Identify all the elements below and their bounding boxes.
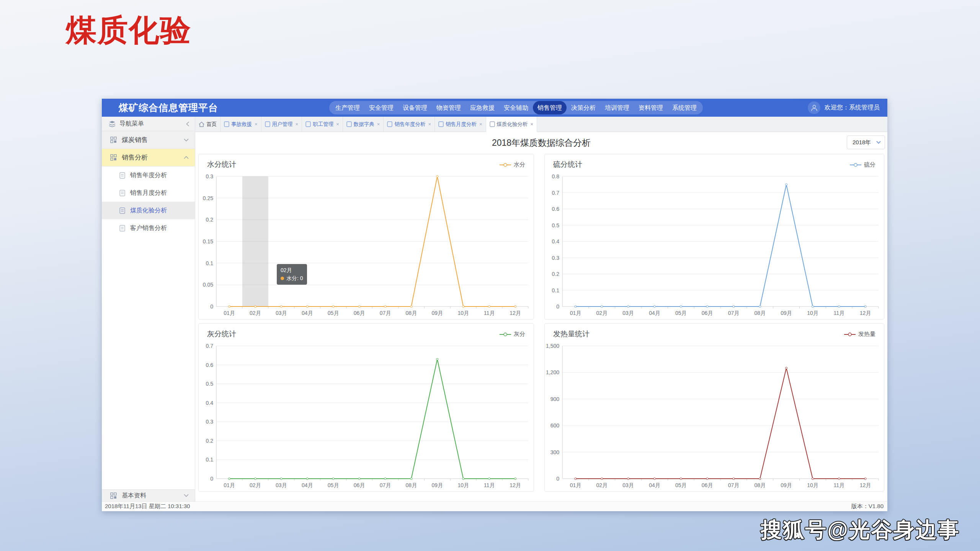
- legend-calorific[interactable]: 发热量: [844, 331, 875, 338]
- doc-icon: [438, 121, 444, 127]
- svg-text:0.2: 0.2: [206, 438, 214, 444]
- layers-icon: [109, 121, 116, 127]
- sidebar-subitem-annual-sales[interactable]: 销售年度分析: [102, 166, 195, 184]
- nav-item-safety-aid[interactable]: 安全辅助: [499, 101, 533, 114]
- svg-text:300: 300: [550, 449, 560, 455]
- sidebar-item-sales-analysis[interactable]: 销售分析: [102, 149, 195, 166]
- tab-accident-rescue[interactable]: 事故救援×: [220, 117, 261, 132]
- svg-text:06月: 06月: [354, 310, 365, 316]
- close-icon[interactable]: ×: [255, 121, 258, 127]
- app-window: 煤矿综合信息管理平台 生产管理 安全管理 设备管理 物资管理 应急救援 安全辅助…: [102, 99, 887, 511]
- user-area[interactable]: 欢迎您：系统管理员: [808, 101, 880, 114]
- svg-text:0.2: 0.2: [552, 271, 560, 277]
- nav-item-documents[interactable]: 资料管理: [634, 101, 668, 114]
- tab-staff-management[interactable]: 职工管理×: [302, 117, 343, 132]
- nav-item-materials[interactable]: 物资管理: [432, 101, 466, 114]
- doc-icon: [490, 121, 495, 127]
- user-avatar-icon: [808, 101, 820, 114]
- sidebar-subitem-customer-sales[interactable]: 客户销售分析: [102, 219, 195, 237]
- legend-marker: [844, 333, 856, 336]
- sidebar-subitem-coal-quality[interactable]: 煤质化验分析: [102, 202, 195, 219]
- chart-title: 水分统计: [207, 160, 236, 170]
- svg-text:08月: 08月: [754, 482, 766, 488]
- svg-text:0.15: 0.15: [203, 238, 213, 245]
- sidebar-item-basic-info[interactable]: 基本资料: [102, 489, 195, 501]
- svg-text:10月: 10月: [807, 482, 818, 488]
- sidebar-subitem-monthly-sales[interactable]: 销售月度分析: [102, 184, 195, 202]
- app-title: 煤矿综合信息管理平台: [119, 101, 218, 114]
- close-icon[interactable]: ×: [479, 121, 482, 127]
- svg-text:02月: 02月: [250, 310, 261, 316]
- calorific-chart[interactable]: 03006009001,2001,50001月02月03月04月05月06月07…: [545, 324, 884, 491]
- nav-item-production[interactable]: 生产管理: [331, 101, 364, 114]
- legend-ash[interactable]: 灰分: [500, 331, 525, 338]
- close-icon[interactable]: ×: [377, 121, 380, 127]
- moisture-chart[interactable]: 00.050.10.150.20.250.301月02月03月04月05月06月…: [199, 154, 534, 319]
- sidebar-item-coal-sales[interactable]: 煤炭销售: [102, 131, 195, 149]
- svg-text:0.8: 0.8: [552, 173, 560, 179]
- svg-text:12月: 12月: [860, 482, 871, 488]
- doc-icon: [346, 121, 352, 127]
- welcome-text: 欢迎您：系统管理员: [825, 104, 880, 112]
- tab-data-dictionary[interactable]: 数据字典×: [343, 117, 384, 132]
- tab-coal-quality-analysis[interactable]: 煤质化验分析×: [486, 117, 537, 132]
- svg-text:01月: 01月: [224, 482, 235, 488]
- collapse-icon[interactable]: [186, 121, 189, 127]
- svg-text:05月: 05月: [675, 482, 687, 488]
- svg-text:0.7: 0.7: [552, 190, 560, 196]
- sulfur-chart[interactable]: 00.10.20.30.40.50.60.70.801月02月03月04月05月…: [545, 154, 884, 319]
- tab-home[interactable]: 首页: [195, 117, 220, 132]
- year-select[interactable]: 2018年: [847, 135, 885, 149]
- close-icon[interactable]: ×: [296, 121, 299, 127]
- svg-text:06月: 06月: [354, 482, 365, 488]
- legend-moisture[interactable]: 水分: [500, 161, 525, 168]
- svg-text:11月: 11月: [484, 310, 495, 316]
- nav-item-system[interactable]: 系统管理: [668, 101, 701, 114]
- sidebar: 导航菜单 煤炭销售 销售分析 销售年度分析: [102, 117, 195, 501]
- svg-text:0.1: 0.1: [206, 456, 214, 463]
- tooltip-value: 水分: 0: [286, 275, 303, 281]
- nav-item-sales[interactable]: 销售管理: [533, 101, 567, 114]
- svg-text:07月: 07月: [380, 310, 391, 316]
- svg-text:0.2: 0.2: [206, 217, 214, 223]
- nav-item-safety[interactable]: 安全管理: [364, 101, 398, 114]
- legend-sulfur[interactable]: 硫分: [850, 161, 875, 168]
- panel-ash: 00.10.20.30.40.50.60.701月02月03月04月05月06月…: [198, 323, 534, 492]
- nav-item-training[interactable]: 培训管理: [600, 101, 634, 114]
- nav-item-decision[interactable]: 决策分析: [567, 101, 600, 114]
- svg-text:04月: 04月: [302, 310, 313, 316]
- panel-sulfur: 00.10.20.30.40.50.60.70.801月02月03月04月05月…: [544, 154, 884, 320]
- close-icon[interactable]: ×: [428, 121, 431, 127]
- svg-text:0.4: 0.4: [206, 400, 214, 406]
- tab-annual-sales[interactable]: 销售年度分析×: [384, 117, 435, 132]
- svg-text:07月: 07月: [728, 310, 740, 316]
- main-nav: 生产管理 安全管理 设备管理 物资管理 应急救援 安全辅助 销售管理 决策分析 …: [329, 101, 703, 114]
- svg-text:11月: 11月: [484, 482, 495, 488]
- svg-text:07月: 07月: [728, 482, 740, 488]
- chart-title: 硫分统计: [553, 160, 582, 170]
- close-icon[interactable]: ×: [531, 121, 534, 127]
- legend-marker: [500, 163, 511, 167]
- svg-text:0.25: 0.25: [203, 195, 213, 201]
- svg-text:0.1: 0.1: [206, 260, 214, 266]
- doc-icon: [387, 121, 392, 127]
- legend-marker: [500, 333, 511, 336]
- tooltip-month: 02月: [281, 266, 303, 274]
- legend-marker: [850, 163, 861, 167]
- sidebar-header: 导航菜单: [102, 117, 195, 131]
- svg-text:01月: 01月: [570, 482, 581, 488]
- chart-tooltip: 02月 水分: 0: [277, 264, 307, 285]
- sidebar-subitem-label: 销售月度分析: [130, 189, 167, 197]
- ash-chart[interactable]: 00.10.20.30.40.50.60.701月02月03月04月05月06月…: [199, 324, 534, 491]
- sidebar-subitem-label: 煤质化验分析: [130, 207, 167, 215]
- svg-text:0.1: 0.1: [552, 287, 560, 293]
- tab-monthly-sales[interactable]: 销售月度分析×: [435, 117, 486, 132]
- page-title: 2018年煤质数据综合分析: [492, 137, 591, 149]
- nav-item-equipment[interactable]: 设备管理: [398, 101, 432, 114]
- status-datetime: 2018年11月13日 星期二 10:31:30: [105, 503, 190, 510]
- nav-item-emergency[interactable]: 应急救援: [466, 101, 499, 114]
- tab-user-management[interactable]: 用户管理×: [261, 117, 302, 132]
- tab-bar: 首页 事故救援× 用户管理× 职工管理× 数据字典×: [195, 117, 887, 132]
- svg-text:04月: 04月: [649, 482, 660, 488]
- close-icon[interactable]: ×: [336, 121, 339, 127]
